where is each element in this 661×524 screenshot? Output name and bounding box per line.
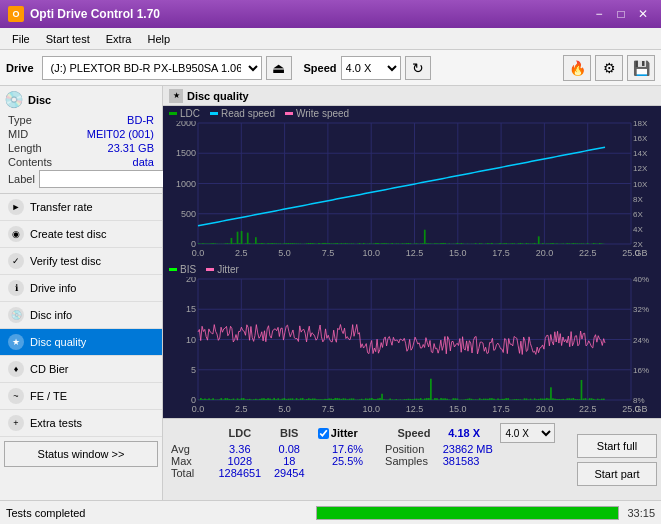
disc-length-value: 23.31 GB	[108, 142, 154, 154]
disc-mid-value: MEIT02 (001)	[87, 128, 154, 140]
nav-icon-extra: +	[8, 415, 24, 431]
nav-label-quality: Disc quality	[30, 336, 86, 348]
toolbar: Drive (J:) PLEXTOR BD-R PX-LB950SA 1.06 …	[0, 50, 661, 86]
drive-label: Drive	[6, 62, 34, 74]
disc-label-input[interactable]	[39, 170, 172, 188]
stats-table: LDC BIS Jitter Speed 4.18 X	[171, 423, 565, 479]
burn-button[interactable]: 🔥	[563, 55, 591, 81]
minimize-button[interactable]: −	[589, 5, 609, 23]
start-part-button[interactable]: Start part	[577, 462, 657, 486]
max-bis: 18	[269, 455, 310, 467]
speed-display-select[interactable]: 4.0 X	[500, 423, 555, 443]
eject-button[interactable]: ⏏	[266, 56, 292, 80]
nav-disc-quality[interactable]: ★ Disc quality	[0, 329, 162, 356]
menu-help[interactable]: Help	[139, 31, 178, 47]
nav-verify-test-disc[interactable]: ✓ Verify test disc	[0, 248, 162, 275]
legend-dot-write	[285, 112, 293, 115]
disc-mid-label: MID	[8, 128, 28, 140]
close-button[interactable]: ✕	[633, 5, 653, 23]
status-window-button[interactable]: Status window >>	[4, 441, 158, 467]
start-full-button[interactable]: Start full	[577, 434, 657, 458]
nav-label-verify: Verify test disc	[30, 255, 101, 267]
action-buttons: Start full Start part	[573, 419, 661, 500]
save-button[interactable]: 💾	[627, 55, 655, 81]
drive-select[interactable]: (J:) PLEXTOR BD-R PX-LB950SA 1.06	[42, 56, 262, 80]
nav-icon-fete: ~	[8, 388, 24, 404]
app-icon: O	[8, 6, 24, 22]
refresh-button[interactable]: ↻	[405, 56, 431, 80]
nav-disc-info[interactable]: 💿 Disc info	[0, 302, 162, 329]
status-text: Tests completed	[6, 507, 308, 519]
nav-icon-transfer: ►	[8, 199, 24, 215]
menu-start-test[interactable]: Start test	[38, 31, 98, 47]
max-ldc: 1028	[211, 455, 269, 467]
disc-label-row: Label ✎	[4, 169, 158, 189]
legend-jitter: Jitter	[206, 264, 239, 275]
progress-container	[316, 506, 620, 520]
status-bar: Tests completed 33:15	[0, 500, 661, 524]
nav-icon-create: ◉	[8, 226, 24, 242]
nav-cd-bier[interactable]: ♦ CD Bier	[0, 356, 162, 383]
bottom-legend: BIS Jitter	[163, 262, 661, 277]
legend-dot-read	[210, 112, 218, 115]
chart-icon: ★	[169, 89, 183, 103]
main-content: 💿 Disc Type BD-R MID MEIT02 (001) Length…	[0, 86, 661, 500]
nav-label-extra: Extra tests	[30, 417, 82, 429]
nav-extra-tests[interactable]: + Extra tests	[0, 410, 162, 437]
nav-label-create: Create test disc	[30, 228, 106, 240]
title-bar: O Opti Drive Control 1.70 − □ ✕	[0, 0, 661, 28]
disc-type-value: BD-R	[127, 114, 154, 126]
nav-fe-te[interactable]: ~ FE / TE	[0, 383, 162, 410]
stats-bar: LDC BIS Jitter Speed 4.18 X	[163, 418, 661, 500]
maximize-button[interactable]: □	[611, 5, 631, 23]
legend-write-speed: Write speed	[285, 108, 349, 119]
nav-drive-info[interactable]: ℹ Drive info	[0, 275, 162, 302]
settings-button[interactable]: ⚙	[595, 55, 623, 81]
samples-label: Samples	[385, 455, 443, 467]
legend-dot-ldc	[169, 112, 177, 115]
nav-label-disc: Disc info	[30, 309, 72, 321]
disc-type-row: Type BD-R	[4, 113, 158, 127]
disc-header: 💿 Disc	[4, 90, 158, 109]
max-jitter: 25.5%	[310, 455, 385, 467]
disc-length-row: Length 23.31 GB	[4, 141, 158, 155]
menu-bar: File Start test Extra Help	[0, 28, 661, 50]
top-chart	[163, 121, 661, 262]
nav-items: ► Transfer rate ◉ Create test disc ✓ Ver…	[0, 194, 162, 437]
disc-section: 💿 Disc Type BD-R MID MEIT02 (001) Length…	[0, 86, 162, 194]
disc-icon: 💿	[4, 90, 24, 109]
nav-icon-quality: ★	[8, 334, 24, 350]
nav-transfer-rate[interactable]: ► Transfer rate	[0, 194, 162, 221]
avg-bis: 0.08	[269, 443, 310, 455]
app-title: Opti Drive Control 1.70	[30, 7, 160, 21]
bottom-chart	[163, 277, 661, 418]
nav-icon-cdbier: ♦	[8, 361, 24, 377]
window-controls: − □ ✕	[589, 5, 653, 23]
jitter-check-label: Jitter	[318, 427, 377, 439]
stats-max-row: Max 1028 18 25.5% Samples 381583	[171, 455, 565, 467]
nav-label-cdbier: CD Bier	[30, 363, 69, 375]
disc-title: Disc	[28, 94, 51, 106]
nav-create-test-disc[interactable]: ◉ Create test disc	[0, 221, 162, 248]
speed-select[interactable]: 4.0 X	[341, 56, 401, 80]
nav-label-fete: FE / TE	[30, 390, 67, 402]
disc-contents-label: Contents	[8, 156, 52, 168]
chart-header: ★ Disc quality	[163, 86, 661, 106]
menu-file[interactable]: File	[4, 31, 38, 47]
top-legend: LDC Read speed Write speed	[163, 106, 661, 121]
avg-jitter: 17.6%	[310, 443, 385, 455]
bottom-chart-canvas	[163, 277, 661, 418]
col-speed: Speed	[385, 423, 443, 443]
stats-section: LDC BIS Jitter Speed 4.18 X	[163, 419, 573, 500]
chart-title: Disc quality	[187, 90, 249, 102]
nav-icon-disc: 💿	[8, 307, 24, 323]
legend-read-speed: Read speed	[210, 108, 275, 119]
menu-extra[interactable]: Extra	[98, 31, 140, 47]
col-ldc: LDC	[211, 423, 269, 443]
jitter-checkbox[interactable]	[318, 428, 329, 439]
disc-type-label: Type	[8, 114, 32, 126]
total-label: Total	[171, 467, 211, 479]
disc-mid-row: MID MEIT02 (001)	[4, 127, 158, 141]
nav-icon-verify: ✓	[8, 253, 24, 269]
max-label: Max	[171, 455, 211, 467]
